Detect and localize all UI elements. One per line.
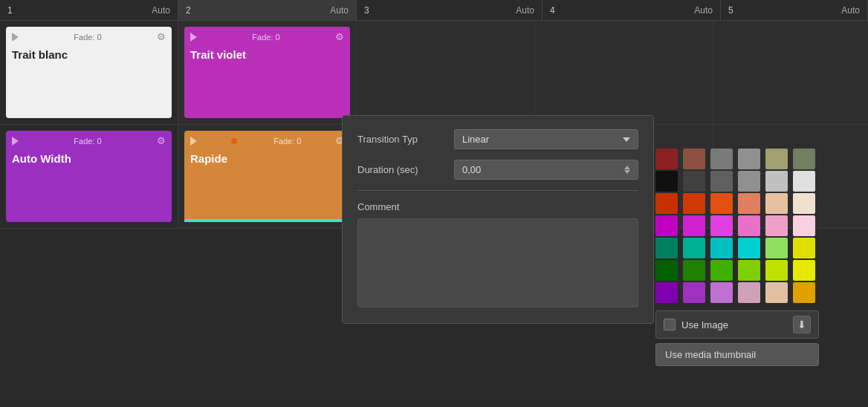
color-swatch[interactable] [710, 260, 733, 281]
play-icon[interactable] [12, 33, 19, 42]
color-swatch[interactable] [710, 149, 733, 169]
cell-2-1: Fade: 0 ⚙ Auto Width [0, 125, 178, 228]
cyan-progress-bar [184, 219, 350, 222]
spinbox-down-icon[interactable] [624, 170, 630, 174]
transition-type-select[interactable]: Linear [454, 129, 638, 149]
col-header-2: 2 Auto [178, 0, 357, 20]
color-swatch[interactable] [793, 193, 815, 214]
color-swatch[interactable] [765, 238, 788, 258]
gear-icon[interactable]: ⚙ [157, 31, 166, 42]
color-swatch[interactable] [655, 260, 678, 281]
orange-dot-indicator [231, 138, 237, 144]
color-swatch[interactable] [683, 215, 705, 236]
duration-value: 0,00 [462, 164, 481, 175]
color-swatch[interactable] [655, 282, 678, 303]
color-swatch[interactable] [793, 238, 815, 258]
color-swatch[interactable] [655, 215, 678, 236]
color-swatch[interactable] [738, 149, 760, 169]
timeline: 1 Auto 2 Auto 3 Auto 4 Auto 5 Auto Fade:… [0, 0, 868, 407]
color-swatch[interactable] [683, 260, 705, 281]
transition-type-value: Linear [462, 134, 489, 145]
color-swatch[interactable] [683, 149, 705, 169]
use-thumbnail-button[interactable]: Use media thumbnail [655, 343, 819, 366]
duration-spinbox[interactable]: 0,00 [454, 160, 638, 180]
clip-trait-blanc[interactable]: Fade: 0 ⚙ Trait blanc [6, 27, 172, 118]
cell-1-1: Fade: 0 ⚙ Trait blanc [0, 21, 178, 124]
download-icon: ⬇ [797, 319, 806, 331]
col-header-5: 5 Auto [721, 0, 868, 20]
color-swatch[interactable] [738, 282, 760, 303]
gear-icon[interactable]: ⚙ [157, 135, 166, 146]
cell-1-5 [713, 21, 868, 124]
play-icon[interactable] [190, 33, 197, 42]
color-swatch[interactable] [765, 193, 788, 214]
color-swatch[interactable] [765, 171, 788, 192]
spinbox-up-icon[interactable] [624, 166, 630, 169]
color-swatch[interactable] [655, 149, 678, 169]
cell-1-2: Fade: 0 ⚙ Trait violet [178, 21, 357, 124]
color-swatch[interactable] [710, 238, 733, 258]
color-swatch[interactable] [655, 238, 678, 258]
col-header-3: 3 Auto [357, 0, 542, 20]
clip-rapide[interactable]: Fade: 0 ⚙ Rapide [184, 131, 350, 222]
color-swatch[interactable] [655, 171, 678, 192]
color-swatch[interactable] [710, 193, 733, 214]
color-swatch[interactable] [765, 215, 788, 236]
color-swatch[interactable] [683, 171, 705, 192]
color-swatch[interactable] [738, 171, 760, 192]
transition-type-row: Transition Typ Linear [357, 129, 638, 149]
cell-1-4 [535, 21, 713, 124]
color-swatch[interactable] [655, 193, 678, 214]
color-swatch[interactable] [710, 215, 733, 236]
clip-rapide-fade: Fade: 0 [273, 137, 301, 146]
chevron-down-icon [623, 137, 630, 142]
clip-rapide-title: Rapide [190, 152, 344, 165]
use-image-checkbox[interactable] [664, 319, 676, 331]
color-swatch[interactable] [683, 193, 705, 214]
clip-trait-violet[interactable]: Fade: 0 ⚙ Trait violet [184, 27, 350, 118]
color-swatch[interactable] [738, 260, 760, 281]
spinbox-arrows [624, 166, 630, 174]
color-swatch[interactable] [765, 282, 788, 303]
clip-auto-width-fade: Fade: 0 [74, 137, 101, 146]
comment-label: Comment [357, 201, 638, 212]
color-swatch[interactable] [793, 282, 815, 303]
color-swatch[interactable] [710, 171, 733, 192]
play-icon[interactable] [12, 137, 19, 146]
use-image-row: Use Image ⬇ [655, 310, 819, 339]
col-num-5: 5 [728, 5, 733, 16]
color-swatch[interactable] [765, 149, 788, 169]
clip-auto-width-title: Auto Width [12, 152, 166, 165]
col-auto-3: Auto [516, 5, 534, 16]
color-swatch[interactable] [683, 238, 705, 258]
comment-section: Comment [357, 201, 638, 310]
color-swatch[interactable] [793, 149, 815, 169]
clip-auto-width[interactable]: Fade: 0 ⚙ Auto Width [6, 131, 172, 222]
color-swatch[interactable] [793, 215, 815, 236]
color-swatch[interactable] [738, 215, 760, 236]
comment-textarea[interactable] [357, 218, 638, 307]
color-swatch[interactable] [683, 282, 705, 303]
use-image-label: Use Image [681, 319, 787, 331]
clip-rapide-header: Fade: 0 ⚙ [190, 135, 344, 146]
clip-trait-blanc-fade: Fade: 0 [74, 33, 101, 42]
color-swatch[interactable] [793, 171, 815, 192]
play-icon[interactable] [190, 137, 197, 146]
clip-trait-violet-fade: Fade: 0 [252, 33, 279, 42]
color-swatch[interactable] [738, 193, 760, 214]
col-header-1: 1 Auto [0, 0, 178, 20]
color-swatch[interactable] [793, 260, 815, 281]
transition-panel: Transition Typ Linear Duration (sec) 0,0… [342, 115, 654, 324]
color-swatch[interactable] [738, 238, 760, 258]
clip-auto-width-header: Fade: 0 ⚙ [12, 135, 166, 146]
color-palette-panel: Use Image ⬇ Use media thumbnail [655, 149, 819, 366]
gear-icon[interactable]: ⚙ [335, 31, 344, 42]
color-swatch[interactable] [710, 282, 733, 303]
column-headers: 1 Auto 2 Auto 3 Auto 4 Auto 5 Auto [0, 0, 868, 21]
col-num-1: 1 [7, 5, 13, 16]
color-swatch[interactable] [765, 260, 788, 281]
col-auto-5: Auto [841, 5, 860, 16]
download-button[interactable]: ⬇ [793, 316, 811, 333]
duration-label: Duration (sec) [357, 164, 454, 175]
col-num-4: 4 [550, 5, 555, 16]
